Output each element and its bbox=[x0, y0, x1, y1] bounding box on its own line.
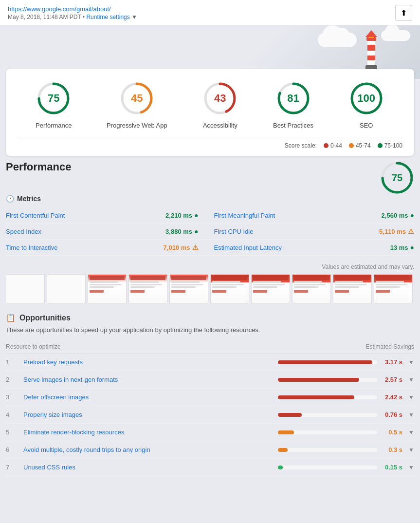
metric-row: Speed Index 3,880 ms ● bbox=[6, 224, 210, 240]
score-num-seo: 100 bbox=[357, 92, 375, 105]
score-num-best-practices: 81 bbox=[287, 92, 299, 105]
chevron-down-icon: ▼ bbox=[408, 359, 414, 366]
filmstrip-frame bbox=[210, 274, 249, 303]
opportunities-title: 📋 Opportunities bbox=[6, 313, 414, 322]
opp-value: 0.5 s bbox=[381, 429, 402, 436]
filmstrip-frame bbox=[128, 274, 167, 303]
chevron-down-icon: ▼ bbox=[408, 411, 414, 418]
opp-row[interactable]: 5 Eliminate render-blocking resources 0.… bbox=[6, 424, 414, 441]
filmstrip-frame bbox=[47, 274, 86, 303]
opp-row[interactable]: 7 Unused CSS rules 0.15 s ▼ bbox=[6, 459, 414, 476]
runtime-settings-link[interactable]: Runtime settings bbox=[86, 14, 129, 20]
opp-name: Eliminate render-blocking resources bbox=[23, 429, 278, 436]
score-scale-label: Score scale: bbox=[285, 142, 317, 149]
performance-section-header: Performance 75 bbox=[6, 161, 414, 195]
main-content: Performance 75 🕐 Metrics First Contentfu… bbox=[0, 161, 420, 486]
metric-row: First Contentful Paint 2,210 ms ● bbox=[6, 207, 210, 224]
header-date: May 8, 2018, 11:48 AM PDT • Runtime sett… bbox=[8, 14, 137, 20]
opp-num: 3 bbox=[6, 393, 23, 401]
score-item-performance: 75 Performance bbox=[34, 79, 73, 129]
chevron-down-icon: ▼ bbox=[408, 464, 414, 471]
metric-name: Time to Interactive bbox=[6, 244, 57, 251]
filmstrip-frame bbox=[169, 274, 208, 303]
opp-bar bbox=[278, 360, 372, 364]
opp-name: Defer offscreen images bbox=[23, 393, 278, 401]
score-num-pwa: 45 bbox=[131, 92, 143, 105]
score-scale: Score scale: 0-44 45-74 75-100 bbox=[18, 137, 402, 149]
metrics-section: 🕐 Metrics First Contentful Paint 2,210 m… bbox=[6, 195, 414, 256]
filmstrip-img bbox=[170, 275, 208, 303]
cloud-decoration-1 bbox=[318, 33, 357, 47]
score-label-performance: Performance bbox=[36, 122, 72, 129]
opp-row[interactable]: 4 Properly size images 0.76 s ▼ bbox=[6, 406, 414, 424]
scale-dot-red bbox=[324, 143, 329, 148]
opp-bar bbox=[278, 413, 302, 417]
opp-num: 1 bbox=[6, 358, 23, 366]
score-circle-seo: 100 bbox=[347, 79, 386, 118]
filmstrip-frame bbox=[333, 274, 372, 303]
opp-value: 0.3 s bbox=[381, 446, 402, 453]
opp-bar bbox=[278, 466, 283, 469]
opp-row[interactable]: 3 Defer offscreen images 2.42 s ▼ bbox=[6, 389, 414, 406]
metric-row: First CPU Idle 5,110 ms ⚠ bbox=[210, 224, 415, 240]
opp-row[interactable]: 6 Avoid multiple, costly round trips to … bbox=[6, 441, 414, 459]
opp-bar-bg bbox=[278, 430, 377, 434]
metrics-label: 🕐 Metrics bbox=[6, 195, 414, 203]
opp-name: Unused CSS rules bbox=[23, 464, 278, 471]
chevron-down-icon: ▼ bbox=[408, 376, 414, 383]
filmstrip-frame bbox=[374, 274, 413, 303]
score-circle-accessibility: 43 bbox=[201, 79, 239, 118]
opp-bar-bg bbox=[278, 378, 377, 382]
share-button[interactable]: ⬆ bbox=[395, 5, 412, 21]
opp-row[interactable]: 1 Preload key requests 3.17 s ▼ bbox=[6, 354, 414, 371]
scale-green: 75-100 bbox=[378, 142, 402, 149]
opp-num: 4 bbox=[6, 411, 23, 418]
score-circle-performance: 75 bbox=[34, 79, 73, 118]
opp-bar bbox=[278, 430, 294, 434]
col-savings-header: Estimated Savings bbox=[278, 343, 414, 350]
opp-name: Properly size images bbox=[23, 411, 278, 418]
metrics-clock-icon: 🕐 bbox=[6, 195, 14, 203]
opp-savings-cell: 0.5 s ▼ bbox=[278, 429, 414, 436]
metric-value: 5,110 ms ⚠ bbox=[379, 227, 414, 235]
score-label-best-practices: Best Practices bbox=[273, 122, 313, 129]
opp-value: 2.42 s bbox=[381, 393, 402, 401]
opp-num: 5 bbox=[6, 429, 23, 436]
score-item-seo: 100 SEO bbox=[347, 79, 386, 129]
filmstrip-frame bbox=[292, 274, 331, 303]
scale-dot-orange bbox=[349, 143, 354, 148]
filmstrip bbox=[6, 274, 414, 303]
score-label-accessibility: Accessibility bbox=[203, 122, 237, 129]
opp-value: 3.17 s bbox=[381, 358, 402, 366]
opp-value: 2.57 s bbox=[381, 376, 402, 383]
score-label-seo: SEO bbox=[360, 122, 373, 129]
svg-marker-6 bbox=[365, 30, 377, 37]
opp-value: 0.15 s bbox=[381, 464, 402, 471]
opp-num: 2 bbox=[6, 376, 23, 383]
score-item-pwa: 45 Progressive Web App bbox=[107, 79, 167, 129]
filmstrip-img bbox=[129, 275, 167, 303]
filmstrip-img bbox=[374, 275, 412, 303]
performance-score-circle: 75 bbox=[380, 161, 414, 195]
opp-savings-cell: 3.17 s ▼ bbox=[278, 358, 414, 366]
opportunities-description: These are opportunities to speed up your… bbox=[6, 326, 414, 334]
page-url[interactable]: https://www.google.com/gmail/about/ bbox=[8, 5, 111, 13]
score-num-performance: 75 bbox=[48, 92, 59, 105]
score-num-accessibility: 43 bbox=[214, 92, 226, 105]
opp-row[interactable]: 2 Serve images in next-gen formats 2.57 … bbox=[6, 371, 414, 389]
metric-name: Speed Index bbox=[6, 228, 41, 235]
opp-bar bbox=[278, 378, 359, 382]
opp-bar bbox=[278, 448, 288, 452]
metric-value: 13 ms ● bbox=[390, 243, 414, 251]
metric-name: First Contentful Paint bbox=[6, 212, 65, 219]
opp-savings-cell: 2.42 s ▼ bbox=[278, 393, 414, 401]
filmstrip-img bbox=[333, 275, 371, 303]
opp-bar bbox=[278, 395, 354, 399]
metric-row: Estimated Input Latency 13 ms ● bbox=[210, 240, 415, 256]
opp-num: 7 bbox=[6, 464, 23, 471]
opp-savings-cell: 0.76 s ▼ bbox=[278, 411, 414, 418]
scale-red: 0-44 bbox=[324, 142, 342, 149]
opp-bar-bg bbox=[278, 395, 377, 399]
score-label-pwa: Progressive Web App bbox=[107, 122, 167, 129]
metric-value: 2,560 ms ● bbox=[382, 211, 414, 219]
